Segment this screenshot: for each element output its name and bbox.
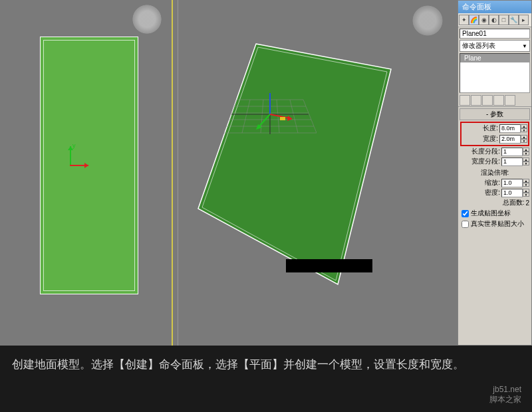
viewport-perspective[interactable] bbox=[178, 0, 458, 346]
real-world-row[interactable]: 真实世界贴图大小 bbox=[460, 219, 529, 229]
stack-item-plane[interactable]: Plane bbox=[460, 54, 529, 62]
total-faces-value: 2 bbox=[525, 199, 529, 207]
spinner-down-icon[interactable]: ▼ bbox=[523, 152, 529, 155]
width-segs-input[interactable] bbox=[501, 157, 523, 166]
svg-line-9 bbox=[242, 100, 250, 133]
real-world-label: 真实世界贴图大小 bbox=[471, 219, 524, 229]
remove-modifier-icon[interactable] bbox=[493, 95, 504, 106]
watermark-url: jb51.net bbox=[489, 385, 521, 395]
hierarchy-tab-icon[interactable]: ◉ bbox=[479, 15, 489, 25]
gizmo-y-axis[interactable]: y bbox=[70, 146, 71, 165]
render-mult-label: 渲染倍增: bbox=[460, 168, 529, 177]
show-end-result-icon[interactable] bbox=[471, 95, 481, 106]
motion-tab-icon[interactable]: ◐ bbox=[489, 15, 499, 25]
gen-mapping-label: 生成贴图坐标 bbox=[471, 209, 511, 218]
utilities-tab-icon[interactable]: 🔧 bbox=[509, 15, 519, 25]
real-world-checkbox[interactable] bbox=[462, 221, 469, 228]
svg-line-8 bbox=[223, 100, 237, 133]
density-label: 密度: bbox=[485, 188, 500, 197]
gen-mapping-checkbox[interactable] bbox=[462, 210, 469, 217]
spinner-down-icon[interactable]: ▼ bbox=[523, 183, 529, 187]
svg-marker-0 bbox=[198, 44, 391, 284]
gen-mapping-row[interactable]: 生成贴图坐标 bbox=[460, 208, 529, 219]
spinner-down-icon[interactable]: ▼ bbox=[521, 139, 527, 143]
svg-marker-21 bbox=[287, 116, 293, 121]
length-segs-label: 长度分段: bbox=[471, 147, 500, 156]
plane-object-perspective[interactable] bbox=[193, 37, 406, 290]
chevron-down-icon: ▼ bbox=[522, 43, 527, 49]
viewcube-icon[interactable] bbox=[130, 3, 164, 35]
svg-line-12 bbox=[290, 100, 298, 133]
watermark: jb51.net 脚本之家 bbox=[489, 385, 521, 405]
extra-tab-icon[interactable]: ▸ bbox=[519, 15, 529, 25]
dropdown-label: 修改器列表 bbox=[462, 41, 495, 51]
svg-line-10 bbox=[261, 100, 263, 133]
svg-rect-22 bbox=[280, 117, 285, 120]
panel-tabs: ✦ 🌈 ◉ ◐ □ 🔧 ▸ bbox=[458, 13, 531, 27]
density-input[interactable] bbox=[501, 189, 523, 197]
display-tab-icon[interactable]: □ bbox=[499, 15, 509, 25]
watermark-site: 脚本之家 bbox=[489, 395, 521, 405]
caption-text: 创建地面模型。选择【创建】命令面板，选择【平面】并创建一个模型，设置长度和宽度。 bbox=[12, 355, 520, 375]
configure-sets-icon[interactable] bbox=[505, 95, 515, 106]
spinner-down-icon[interactable]: ▼ bbox=[523, 193, 529, 197]
modifier-list-dropdown[interactable]: 修改器列表 ▼ bbox=[460, 40, 530, 52]
svg-line-13 bbox=[303, 100, 317, 133]
make-unique-icon[interactable] bbox=[482, 95, 493, 106]
width-segs-label: 宽度分段: bbox=[471, 157, 500, 166]
create-tab-icon[interactable]: ✦ bbox=[459, 15, 469, 25]
app-root: y bbox=[0, 0, 532, 412]
width-input[interactable] bbox=[499, 135, 521, 144]
home-grid bbox=[223, 93, 317, 155]
spinner-down-icon[interactable]: ▼ bbox=[521, 128, 527, 132]
modify-tab-icon[interactable]: 🌈 bbox=[469, 15, 479, 25]
caption-bar: 创建地面模型。选择【创建】命令面板，选择【平面】并创建一个模型，设置长度和宽度。… bbox=[0, 346, 532, 412]
workspace: y bbox=[0, 0, 532, 346]
parameters-rollout: - 参数 长度: ▲▼ 宽度: ▲▼ bbox=[460, 108, 530, 231]
pin-stack-icon[interactable] bbox=[460, 95, 470, 106]
viewport-top[interactable]: y bbox=[0, 0, 178, 346]
rollout-header[interactable]: - 参数 bbox=[460, 108, 530, 120]
highlighted-params: 长度: ▲▼ 宽度: ▲▼ bbox=[460, 122, 529, 146]
scale-label: 缩放: bbox=[485, 178, 500, 187]
command-panel: 命令面板 ✦ 🌈 ◉ ◐ □ 🔧 ▸ Plane01 修改器列表 ▼ Plane bbox=[458, 0, 532, 346]
total-faces-label: 总面数: bbox=[503, 198, 525, 207]
redaction-bar bbox=[286, 259, 372, 272]
length-input[interactable] bbox=[499, 124, 521, 133]
object-name-field[interactable]: Plane01 bbox=[460, 29, 530, 39]
modifier-stack[interactable]: Plane bbox=[460, 53, 530, 93]
length-label: 长度: bbox=[483, 124, 498, 133]
width-label: 宽度: bbox=[483, 134, 498, 144]
viewcube-icon[interactable] bbox=[410, 4, 446, 37]
stack-toolbar bbox=[458, 94, 531, 107]
spinner-down-icon[interactable]: ▼ bbox=[523, 161, 529, 165]
length-segs-input[interactable] bbox=[501, 148, 523, 156]
scale-input[interactable] bbox=[501, 179, 523, 187]
gizmo-x-axis[interactable] bbox=[70, 165, 88, 166]
perspective-gizmo bbox=[256, 93, 293, 130]
svg-line-18 bbox=[258, 114, 270, 128]
panel-title: 命令面板 bbox=[458, 1, 531, 13]
